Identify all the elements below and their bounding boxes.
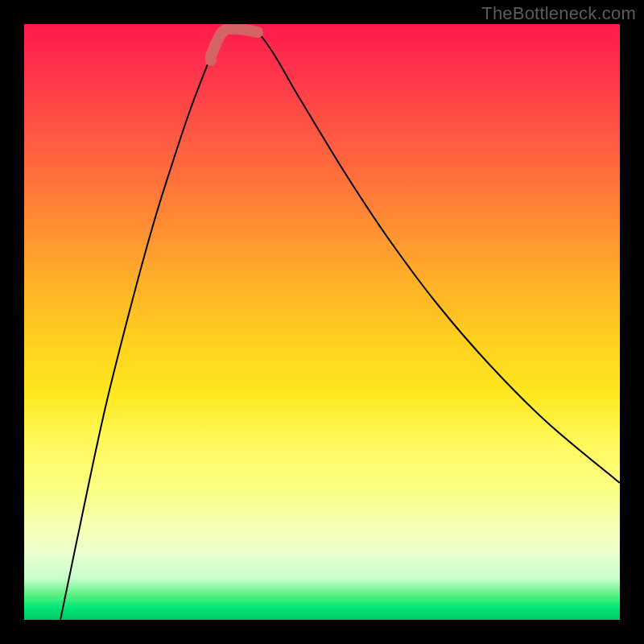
curve-right: [258, 32, 620, 483]
marker-dot: [205, 55, 217, 66]
chart-svg: [24, 24, 620, 620]
watermark-text: TheBottleneck.com: [481, 3, 636, 24]
curve-left: [60, 32, 222, 620]
plot-area: [24, 24, 620, 620]
chart-frame: TheBottleneck.com: [0, 0, 644, 644]
marker-bridge: [211, 29, 258, 56]
